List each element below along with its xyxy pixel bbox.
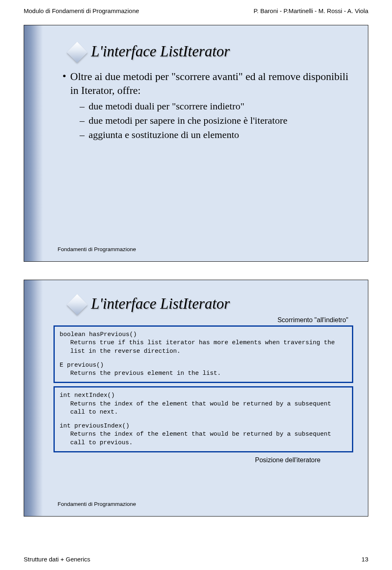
slide-2-footnote: Fondamenti di Programmazione (58, 501, 136, 507)
bullet-text: Oltre ai due metodi per "scorrere avanti… (70, 70, 353, 98)
header-right: P. Baroni - P.Martinelli - M. Rossi - A.… (254, 7, 368, 14)
code-box-scroll: boolean hasPrevious() Returns true if th… (53, 325, 353, 383)
dash-icon: – (80, 129, 85, 141)
code-line: int previousIndex() (60, 422, 347, 430)
code-line: Returns the index of the element that wo… (60, 400, 347, 417)
bullet-text: due metodi duali per "scorrere indietro" (89, 100, 244, 113)
bullet-dot-icon: • (62, 70, 66, 98)
annotation-iterator-position: Posizione dell'iteratore (37, 456, 321, 464)
diamond-icon (67, 42, 88, 62)
code-line: boolean hasPrevious() (60, 331, 347, 339)
code-box-index: int nextIndex() Returns the index of the… (53, 386, 353, 452)
code-line: Returns the previous element in the list… (60, 370, 347, 378)
dash-icon: – (80, 100, 85, 113)
bullet-level-1: • Oltre ai due metodi per "scorrere avan… (62, 70, 353, 98)
slide-1-content: L'interface ListIterator • Oltre ai due … (53, 42, 353, 141)
slide-1-footnote: Fondamenti di Programmazione (58, 246, 136, 252)
slide-1-bullets: • Oltre ai due metodi per "scorrere avan… (62, 70, 353, 141)
dash-icon: – (80, 114, 85, 127)
slide-2-content: L'interface ListIterator Scorrimento "al… (53, 295, 353, 463)
bullet-level-2: – aggiunta e sostituzione di un elemento (80, 129, 353, 141)
slide-1-title-row: L'interface ListIterator (70, 42, 353, 60)
slide-2-title: L'interface ListIterator (91, 295, 230, 312)
slide-2: L'interface ListIterator Scorrimento "al… (24, 280, 368, 517)
code-line: Returns the index of the element that wo… (60, 430, 347, 447)
slide-accent-bar (24, 25, 43, 261)
annotation-scroll-back: Scorrimento "all'indietro" (277, 316, 348, 324)
bullet-text: due metodi per sapere in che posizione è… (89, 114, 287, 127)
page-header: Modulo di Fondamenti di Programmazione P… (24, 7, 368, 14)
slide-accent-bar (24, 280, 43, 516)
slide-1: L'interface ListIterator • Oltre ai due … (24, 25, 368, 262)
slide-1-title: L'interface ListIterator (91, 42, 230, 60)
slide-2-body: Scorrimento "all'indietro" boolean hasPr… (53, 318, 353, 463)
code-line: Returns true if this list iterator has m… (60, 339, 347, 356)
code-line: int nextIndex() (60, 392, 347, 400)
slide-2-title-row: L'interface ListIterator (70, 295, 353, 312)
footer-left: Strutture dati + Generics (24, 556, 90, 563)
footer-page-number: 13 (361, 556, 368, 563)
bullet-level-2: – due metodi duali per "scorrere indietr… (80, 100, 353, 113)
page-footer: Strutture dati + Generics 13 (24, 556, 368, 563)
bullet-level-2: – due metodi per sapere in che posizione… (80, 114, 353, 127)
page: Modulo di Fondamenti di Programmazione P… (0, 0, 392, 570)
code-line: E previous() (60, 361, 347, 370)
header-left: Modulo di Fondamenti di Programmazione (24, 7, 139, 14)
diamond-icon (67, 294, 88, 315)
bullet-text: aggiunta e sostituzione di un elemento (89, 129, 239, 141)
